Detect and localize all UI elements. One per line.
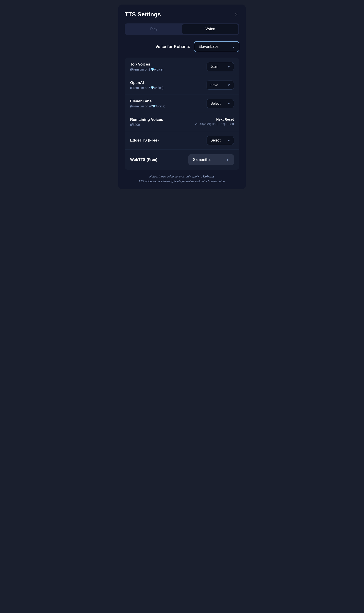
tab-play[interactable]: Play	[126, 24, 182, 34]
webtts-dropdown[interactable]: Samantha ▼	[188, 154, 234, 165]
webtts-value: Samantha	[193, 157, 211, 162]
modal-title: TTS Settings	[125, 11, 161, 18]
elevenlabs-sub: (Premium or 20💎/voice)	[130, 104, 165, 108]
elevenlabs-info: ElevenLabs (Premium or 20💎/voice)	[130, 99, 165, 108]
notes: Notes: these voice settings only apply t…	[125, 174, 239, 184]
chevron-down-icon: ∨	[232, 45, 235, 49]
top-voices-info: Top Voices (Premium or 2💎/voice)	[130, 62, 164, 71]
voice-for-value: ElevenLabs	[198, 44, 219, 49]
chevron-down-icon: ∨	[228, 65, 230, 68]
chevron-down-icon: ∨	[228, 83, 230, 87]
chevron-down-icon: ▼	[226, 158, 229, 162]
next-reset-value: 2025年12月05日 上午10:30	[195, 122, 234, 126]
openai-dropdown[interactable]: nova ∨	[207, 80, 234, 90]
openai-name: OpenAI	[130, 80, 164, 85]
openai-row: OpenAI (Premium or 5💎/voice) nova ∨	[125, 76, 239, 94]
elevenlabs-dropdown[interactable]: Select ∨	[207, 99, 234, 108]
remaining-title: Remaining Voices	[130, 117, 163, 122]
remaining-voices-row: Remaining Voices 0/3000 Next Reset 2025年…	[125, 113, 239, 131]
elevenlabs-name: ElevenLabs	[130, 99, 165, 104]
tab-container: Play Voice	[125, 24, 239, 35]
edgetts-row: EdgeTTS (Free) Select ∨	[125, 131, 239, 150]
chevron-down-icon: ∨	[228, 102, 230, 105]
notes-line1: Notes: these voice settings only apply t…	[149, 175, 215, 178]
edgetts-info: EdgeTTS (Free)	[130, 138, 159, 143]
voice-for-row: Voice for Kohana: ElevenLabs ∨	[125, 41, 239, 52]
openai-value: nova	[210, 83, 218, 87]
top-voices-name: Top Voices	[130, 62, 164, 67]
notes-line2: TTS voice you are hearing is AI-generate…	[139, 180, 226, 183]
top-voices-dropdown[interactable]: Jean ∨	[207, 62, 234, 71]
edgetts-dropdown[interactable]: Select ∨	[207, 136, 234, 145]
edgetts-name: EdgeTTS (Free)	[130, 138, 159, 143]
remaining-left: Remaining Voices 0/3000	[130, 117, 163, 127]
modal-header: TTS Settings ×	[125, 11, 239, 18]
remaining-right: Next Reset 2025年12月05日 上午10:30	[195, 117, 234, 126]
close-button[interactable]: ×	[233, 11, 239, 18]
edgetts-value: Select	[210, 138, 221, 143]
openai-sub: (Premium or 5💎/voice)	[130, 86, 164, 90]
webtts-row: WebTTS (Free) Samantha ▼	[125, 150, 239, 170]
voice-for-dropdown[interactable]: ElevenLabs ∨	[194, 41, 239, 52]
next-reset-label: Next Reset	[216, 117, 234, 121]
elevenlabs-row: ElevenLabs (Premium or 20💎/voice) Select…	[125, 94, 239, 113]
tts-settings-modal: TTS Settings × Play Voice Voice for Koha…	[118, 5, 246, 189]
voice-for-label: Voice for Kohana:	[155, 44, 190, 49]
remaining-count: 0/3000	[130, 123, 163, 127]
webtts-name: WebTTS (Free)	[130, 157, 157, 162]
elevenlabs-value: Select	[210, 102, 221, 105]
voices-panel: Top Voices (Premium or 2💎/voice) Jean ∨ …	[125, 58, 239, 170]
openai-info: OpenAI (Premium or 5💎/voice)	[130, 80, 164, 90]
tab-voice[interactable]: Voice	[182, 24, 238, 34]
top-voices-value: Jean	[210, 65, 218, 69]
top-voices-sub: (Premium or 2💎/voice)	[130, 68, 164, 71]
top-voices-row: Top Voices (Premium or 2💎/voice) Jean ∨	[125, 58, 239, 76]
chevron-down-icon: ∨	[228, 139, 230, 142]
